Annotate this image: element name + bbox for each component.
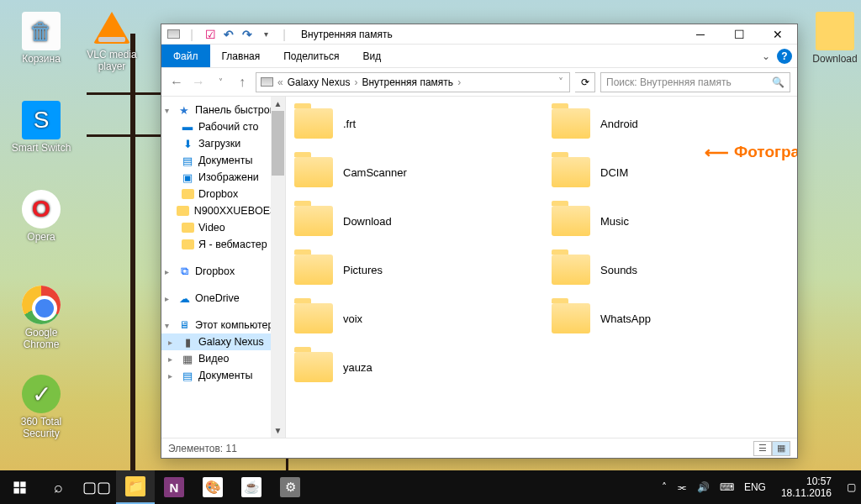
recycle-bin[interactable]: 🗑Корзина [8,12,74,65]
sidebar-item-desktop[interactable]: ▬Рабочий сто📌 [161,118,285,135]
system-tray[interactable]: ˄ ⫘ 🔊 ⌨ ENG 10:5718.11.2016 ▢ [662,470,861,504]
minimize-button[interactable]: ─ [681,24,720,45]
folder-icon [294,352,333,382]
chevron-right-icon[interactable]: › [455,76,463,88]
refresh-button[interactable]: ⟳ [575,72,595,92]
taskbar-onenote[interactable]: N [155,470,193,504]
chrome-shortcut[interactable]: Google Chrome [8,286,74,350]
folder-frt[interactable]: .frt [294,108,531,139]
folder-yauza[interactable]: yauza [294,352,531,382]
tray-expand-icon[interactable]: ˄ [662,481,667,493]
up-button[interactable]: ↑ [234,74,251,91]
properties-icon[interactable]: ☑ [203,28,217,41]
search-input[interactable] [606,76,772,88]
download-folder-shortcut[interactable]: Download [802,12,861,65]
folder-camscanner[interactable]: CamScanner [294,157,531,187]
file-tab[interactable]: Файл [161,45,210,67]
action-center-icon[interactable]: ▢ [847,481,856,493]
path-segment[interactable]: Внутренняя память [362,76,453,88]
taskbar-paint[interactable]: 🎨 [193,470,232,504]
folder-android[interactable]: Android [552,108,789,139]
path-segment[interactable]: Galaxy Nexus [288,76,351,88]
sidebar-item-webmaster[interactable]: Я - вебмастер [161,236,285,253]
sidebar-item-video[interactable]: Video [161,219,285,236]
content-pane[interactable]: .frt Android CamScanner DCIM Download Mu… [286,97,797,438]
maximize-button[interactable]: ☐ [720,24,758,45]
forward-button[interactable]: → [190,74,207,91]
sidebar-item-n900[interactable]: N900XXUEBOE3_ [161,202,285,219]
close-button[interactable]: ✕ [758,24,797,45]
scroll-down-icon[interactable]: ▼ [271,423,285,438]
sidebar-item-quick-access[interactable]: ▾★Панель быстрого [161,102,285,118]
taskbar-file-explorer[interactable]: 📁 [116,470,155,504]
document-icon: ▤ [181,154,194,167]
sidebar-item-onedrive[interactable]: ▸☁OneDrive [161,290,285,307]
view-tab[interactable]: Вид [351,45,393,67]
vlc-label: VLC media player [87,49,136,72]
folder-dcim[interactable]: DCIM [552,157,789,187]
clock[interactable]: 10:5718.11.2016 [776,475,837,500]
folder-label: .frt [343,118,356,130]
folder-icon [294,157,333,187]
folder-music[interactable]: Music [552,206,789,236]
folder-label: CamScanner [343,166,407,179]
folder-whatsapp[interactable]: WhatsApp [552,303,789,333]
taskbar-java[interactable]: ☕ [232,470,271,504]
chevron-right-icon: « [275,76,286,88]
folder-label: Android [600,118,638,130]
folder-download[interactable]: Download [294,206,531,236]
share-tab[interactable]: Поделиться [272,45,351,67]
sidebar-item-pictures[interactable]: ▣Изображени📌 [161,169,285,186]
recent-dropdown[interactable]: ˅ [212,74,229,91]
titlebar[interactable]: | ☑ ↶ ↷ ▾ | Внутренняя память ─ ☐ ✕ [161,24,797,45]
folder-sounds[interactable]: Sounds [552,255,789,285]
sidebar-item-dropbox[interactable]: Dropbox [161,186,285,202]
document-icon: ▤ [181,369,194,382]
home-tab[interactable]: Главная [210,45,272,67]
task-view-button[interactable]: ▢▢ [77,470,116,504]
search-button[interactable]: ⌕ [39,470,77,504]
icons-view-button[interactable]: ▦ [772,441,790,456]
start-button[interactable] [0,470,39,504]
vlc-shortcut[interactable]: VLC media player [79,12,145,72]
sidebar-item-downloads[interactable]: ⬇Загрузки📌 [161,135,285,152]
sidebar-scroll-thumb[interactable] [272,100,284,176]
back-button[interactable]: ← [168,74,185,91]
search-icon[interactable]: 🔍 [772,76,784,88]
sidebar-item-this-pc[interactable]: ▾🖥Этот компьютер [161,317,285,333]
sidebar-item-documents[interactable]: ▤Документы📌 [161,152,285,169]
opera-shortcut[interactable]: OOpera [8,190,74,243]
smart-switch-shortcut[interactable]: SSmart Switch [8,101,74,154]
sidebar-item-galaxy-nexus[interactable]: ▸▮Galaxy Nexus [161,333,285,350]
folder-voix[interactable]: voix [294,303,531,333]
search-box[interactable]: 🔍 [600,72,790,92]
undo-icon[interactable]: ↶ [222,28,235,41]
chevron-right-icon[interactable]: › [351,76,360,88]
svg-rect-0 [13,481,18,486]
details-view-button[interactable]: ☰ [753,441,772,456]
folder-icon [552,255,590,285]
folder-pictures[interactable]: Pictures [294,255,531,285]
path-dropdown-icon[interactable]: ˅ [556,76,566,88]
360-security-shortcut[interactable]: ✓360 Total Security [8,375,74,439]
address-bar[interactable]: « Galaxy Nexus › Внутренняя память › ˅ [256,72,570,92]
volume-icon[interactable]: 🔊 [697,481,710,493]
qat-dropdown-icon[interactable]: ▾ [259,28,272,41]
divider: | [185,28,198,41]
sidebar-item-videos[interactable]: ▸▦Видео [161,350,285,367]
keyboard-icon[interactable]: ⌨ [720,481,734,493]
navigation-pane[interactable]: ▾★Панель быстрого ▬Рабочий сто📌 ⬇Загрузк… [161,97,286,438]
language-indicator[interactable]: ENG [744,481,766,493]
redo-icon[interactable]: ↷ [240,28,254,41]
ribbon-expand-icon[interactable]: ⌄ [755,50,777,62]
help-icon[interactable]: ? [777,49,792,64]
folder-label: voix [343,312,362,325]
taskbar[interactable]: ⌕ ▢▢ 📁 N 🎨 ☕ ⚙ ˄ ⫘ 🔊 ⌨ ENG 10:5718.11.20… [0,470,861,504]
scroll-up-icon[interactable]: ▲ [271,97,285,111]
wifi-icon[interactable]: ⫘ [677,481,687,493]
clock-date: 18.11.2016 [781,487,832,499]
taskbar-app[interactable]: ⚙ [271,470,309,504]
sidebar-item-documents-pc[interactable]: ▸▤Документы [161,367,285,384]
folder-icon [552,157,590,187]
sidebar-item-dropbox-root[interactable]: ▸⧉Dropbox [161,263,285,280]
